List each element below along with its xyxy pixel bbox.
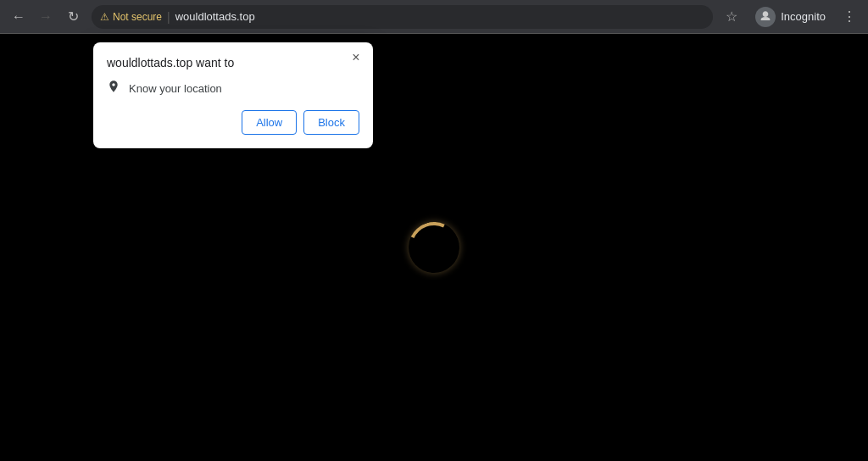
forward-button[interactable]: → (34, 5, 58, 29)
address-bar[interactable]: ⚠ Not secure | wouldlottads.top (92, 5, 713, 29)
security-warning: ⚠ Not secure (100, 11, 162, 23)
incognito-label: Incognito (781, 10, 826, 23)
permission-text: Know your location (129, 82, 222, 95)
popup-close-button[interactable]: × (348, 49, 364, 66)
permission-popup: × wouldlottads.top want to Know your loc… (93, 42, 373, 148)
nav-buttons: ← → ↻ (7, 5, 85, 29)
popup-permission: Know your location (107, 80, 359, 97)
spinner-arc (402, 215, 467, 280)
url-text: wouldlottads.top (175, 10, 255, 23)
security-label: Not secure (113, 11, 162, 23)
popup-title: wouldlottads.top want to (107, 56, 359, 69)
location-icon (107, 80, 120, 97)
allow-button[interactable]: Allow (242, 110, 297, 135)
browser-frame: ← → ↻ ⚠ Not secure | wouldlottads.top ☆ … (0, 0, 868, 461)
page-content: × wouldlottads.top want to Know your loc… (0, 34, 868, 461)
back-button[interactable]: ← (7, 5, 31, 29)
warning-icon: ⚠ (100, 11, 109, 23)
reload-button[interactable]: ↻ (61, 5, 85, 29)
bookmark-button[interactable]: ☆ (720, 5, 743, 29)
menu-button[interactable]: ⋮ (837, 5, 861, 29)
top-bar: ← → ↻ ⚠ Not secure | wouldlottads.top ☆ … (0, 0, 868, 34)
toolbar-right: ☆ Incognito ⋮ (720, 3, 861, 31)
incognito-icon (755, 7, 776, 27)
incognito-button[interactable]: Incognito (748, 3, 832, 31)
address-divider: | (167, 10, 170, 24)
loading-spinner (409, 222, 459, 273)
popup-actions: Allow Block (107, 110, 359, 135)
block-button[interactable]: Block (303, 110, 359, 135)
